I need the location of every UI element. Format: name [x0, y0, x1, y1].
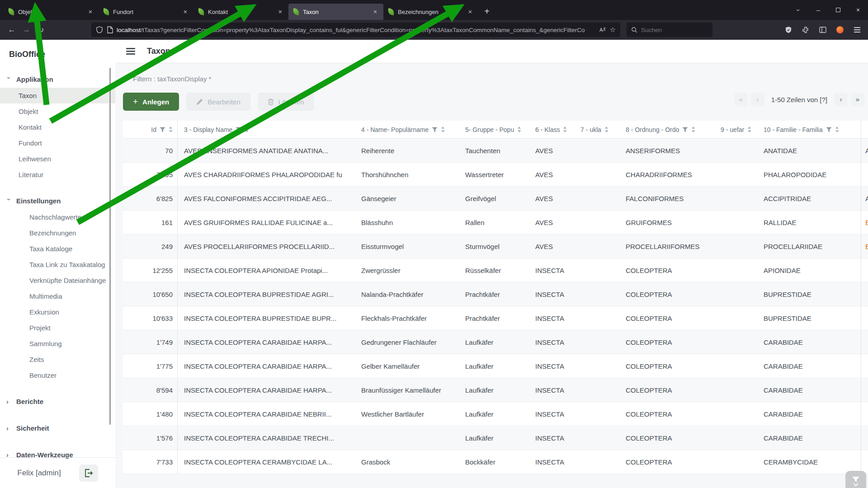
table-row[interactable]: 70AVES ANSERIFORMES ANATIDAE ANATINA...R…	[123, 139, 868, 163]
table-row[interactable]: 1'749INSECTA COLEOPTERA CARABIDAE HARPA.…	[123, 330, 868, 354]
first-page-button[interactable]: «	[734, 93, 748, 106]
sidebar-item-exkursion[interactable]: Exkursion	[0, 304, 115, 320]
sidebar-item-fundort[interactable]: Fundort	[0, 135, 115, 151]
section-sicherheit[interactable]: ›Sicherheit	[0, 420, 115, 436]
table-row[interactable]: 8'594INSECTA COLEOPTERA CARABIDAE HARPA.…	[123, 378, 868, 402]
sidebar-item-nachschlagwerte[interactable]: Nachschlagwerte	[0, 209, 115, 225]
back-button[interactable]: ←	[5, 23, 19, 37]
cell-uefar	[714, 330, 757, 354]
column-header-id[interactable]: Id	[123, 121, 178, 138]
forward-button[interactable]: →	[19, 23, 33, 37]
list-all-tabs-button[interactable]: ›	[788, 1, 808, 19]
sort-icon[interactable]	[563, 127, 567, 132]
sidebar-item-bezeichnungen[interactable]: Bezeichnungen	[0, 225, 115, 241]
sidebars-icon[interactable]	[816, 23, 829, 36]
sidebar-item-taxa-kataloge[interactable]: Taxa Kataloge	[0, 241, 115, 257]
column-header-5-gruppe-popu[interactable]: 5- Gruppe - Popu	[459, 121, 529, 138]
sort-icon[interactable]	[691, 127, 695, 132]
tab-close-icon[interactable]: ×	[371, 7, 380, 16]
tab-close-icon[interactable]: ×	[276, 7, 285, 16]
sidebar-item-multimedia[interactable]: Multimedia	[0, 288, 115, 304]
window-minimize-button[interactable]: –	[808, 1, 828, 19]
filter-funnel-icon[interactable]	[682, 127, 688, 132]
filter-funnel-icon[interactable]	[826, 127, 832, 132]
table-row[interactable]: 12'255INSECTA COLEOPTERA APIONIDAE Prota…	[123, 258, 868, 282]
sidebar-item-benutzer[interactable]: Benutzer	[0, 367, 115, 383]
tab-fundort[interactable]: Fundort×	[99, 4, 193, 20]
new-tab-button[interactable]: +	[480, 5, 494, 19]
app-menu-icon[interactable]	[851, 23, 863, 36]
tab-close-icon[interactable]: ×	[181, 7, 190, 16]
section-berichte[interactable]: ›Berichte	[0, 393, 115, 410]
account-icon[interactable]	[834, 23, 846, 36]
sidebar-item-taxa-link-zu-taxakatalog[interactable]: Taxa Link zu Taxakatalog	[0, 257, 115, 272]
delete-button[interactable]: Löschen	[258, 93, 314, 111]
sidebar-item-literatur[interactable]: Literatur	[0, 167, 115, 183]
table-row[interactable]: 7'733INSECTA COLEOPTERA CERAMBYCIDAE LA.…	[123, 450, 868, 474]
section-applikation[interactable]: ›Applikation	[0, 71, 115, 88]
tab-close-icon[interactable]: ×	[86, 7, 95, 16]
prev-page-button[interactable]: ‹	[751, 93, 764, 106]
column-header-4-name-populärname[interactable]: 4 - Name- Populärname	[355, 121, 459, 138]
sidebar-item-projekt[interactable]: Projekt	[0, 320, 115, 336]
search-input[interactable]	[641, 27, 700, 33]
table-row[interactable]: 10'633INSECTA COLEOPTERA BUPRESTIDAE BUP…	[123, 306, 868, 330]
tab-taxon[interactable]: Taxon×	[288, 4, 383, 20]
window-close-button[interactable]: ×	[848, 1, 868, 19]
sort-icon[interactable]	[441, 127, 445, 132]
table-row[interactable]: 161AVES GRUIFORMES RALLIDAE FULICINAE a.…	[123, 211, 868, 235]
adblock-shield-icon[interactable]	[782, 23, 795, 36]
sidebar-item-sammlung[interactable]: Sammlung	[0, 336, 115, 352]
last-page-button[interactable]: »	[851, 93, 864, 106]
logout-button[interactable]	[79, 465, 98, 482]
edit-button[interactable]: Bearbeiten	[186, 93, 250, 111]
filter-fab-button[interactable]	[845, 471, 866, 488]
bookmark-star-icon[interactable]: ☆	[610, 26, 616, 34]
sidebar-footer: Felix [admin]	[0, 457, 115, 488]
table-row[interactable]: 1'775INSECTA COLEOPTERA CARABIDAE HARPA.…	[123, 354, 868, 378]
column-header-3-display-name[interactable]: 3 - Display Name	[178, 121, 355, 138]
filter-funnel-icon[interactable]	[160, 127, 165, 132]
table-row[interactable]: 6'825AVES FALCONIFORMES ACCIPITRIDAE AEG…	[123, 187, 868, 211]
menu-toggle-icon[interactable]	[126, 51, 135, 52]
cell-klass: AVES	[529, 187, 574, 210]
sort-icon[interactable]	[835, 127, 839, 132]
column-header-9-uefar[interactable]: 9 - uefar	[714, 121, 757, 138]
sort-icon[interactable]	[517, 127, 521, 132]
sidebar-item-verknüpfte-dateianhänge[interactable]: Verknüpfte Dateianhänge	[0, 272, 115, 288]
next-page-button[interactable]: ›	[834, 93, 848, 106]
url-bar[interactable]: localhost/tTaxas?genericFilterCondition=…	[91, 23, 620, 37]
sort-icon[interactable]	[169, 127, 173, 132]
tab-kontakt[interactable]: Kontakt×	[193, 4, 288, 20]
extensions-puzzle-icon[interactable]	[799, 23, 812, 36]
search-box[interactable]	[627, 23, 712, 37]
table-row[interactable]: 10'650INSECTA COLEOPTERA BUPRESTIDAE AGR…	[123, 282, 868, 306]
filter-breadcrumb[interactable]: › Filtern : taxTaxonDisplay *	[125, 75, 868, 83]
tab-close-icon[interactable]: ×	[466, 7, 475, 16]
table-row[interactable]: 7'395AVES CHARADRIIFORMES PHALAROPODIDAE…	[123, 163, 868, 187]
create-button[interactable]: + Anlegen	[123, 93, 179, 111]
column-header-10-familie-familia[interactable]: 10 - Familie - Familia	[757, 121, 861, 138]
filter-funnel-icon[interactable]	[432, 127, 438, 132]
sort-icon[interactable]	[245, 127, 249, 132]
reload-button[interactable]: ↻	[33, 23, 48, 37]
section-einstellungen[interactable]: ›Einstellungen	[0, 192, 115, 209]
column-header-8-ordnung-ordo[interactable]: 8 - Ordnung - Ordo	[619, 121, 714, 138]
column-header-6-klass[interactable]: 6 - Klass	[529, 121, 574, 138]
table-row[interactable]: 249AVES PROCELLARIIFORMES PROCELLARIID..…	[123, 235, 868, 258]
sidebar-item-leihwesen[interactable]: Leihwesen	[0, 151, 115, 167]
sidebar-item-kontakt[interactable]: Kontakt	[0, 119, 115, 135]
sidebar-scrollbar[interactable]	[109, 68, 111, 425]
column-header-7-ukla[interactable]: 7 - ukla	[574, 121, 619, 138]
filter-funnel-icon[interactable]	[236, 127, 241, 132]
sidebar-item-taxon[interactable]: Taxon	[0, 88, 115, 103]
window-maximize-button[interactable]	[828, 1, 848, 19]
sidebar-item-zeits[interactable]: Zeits	[0, 352, 115, 367]
table-row[interactable]: 1'576INSECTA COLEOPTERA CARABIDAE TRECHI…	[123, 426, 868, 450]
tab-bezeichnungen[interactable]: Bezeichnungen×	[383, 4, 478, 20]
sidebar-item-objekt[interactable]: Objekt	[0, 103, 115, 119]
tab-objekt[interactable]: Objekt×	[4, 4, 99, 20]
table-row[interactable]: 1'480INSECTA COLEOPTERA CARABIDAE NEBRII…	[123, 402, 868, 426]
sort-icon[interactable]	[747, 127, 751, 132]
sort-icon[interactable]	[604, 127, 609, 132]
